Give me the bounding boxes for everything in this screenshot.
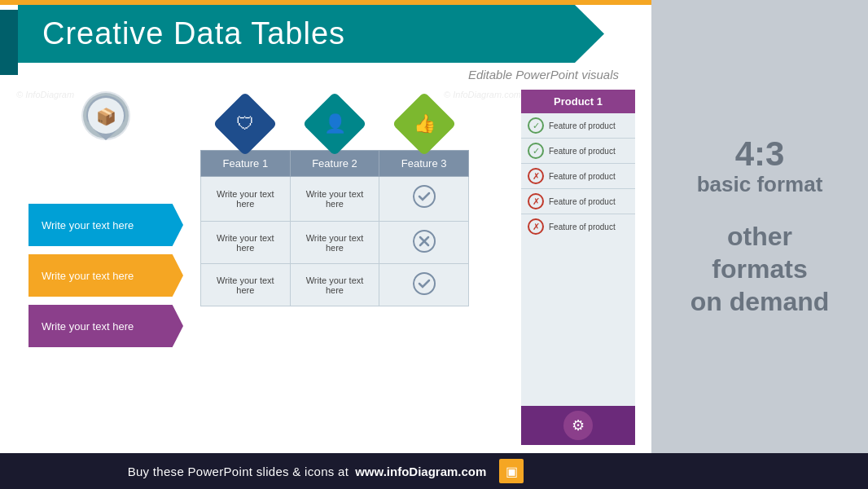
check-circle-red-3: ✗ — [528, 218, 544, 235]
table-cell-2-1: Write your text here — [201, 222, 291, 264]
right-footer-spacer — [651, 453, 868, 489]
product-feature-4: ✗ Feature of product — [521, 189, 635, 214]
table-cell-1-3 — [379, 177, 469, 222]
footer-icon: ▣ — [499, 459, 524, 483]
check-circle-red-2: ✗ — [528, 193, 544, 209]
product-footer: ⚙ — [521, 406, 635, 445]
table-row: Write your text here Write your text her… — [201, 177, 469, 222]
table-cell-3-2: Write your text here — [290, 264, 379, 306]
product-feature-5: ✗ Feature of product — [521, 214, 635, 239]
svg-text:📦: 📦 — [96, 107, 116, 126]
table-cell-1-1: Write your text here — [201, 177, 291, 222]
content-area: © InfoDiagram © InfoDiagram.com 📦 — [0, 82, 651, 453]
product-feature-3: ✗ Feature of product — [521, 164, 635, 189]
table-cell-3-3 — [379, 264, 469, 306]
product-header: Product 1 — [521, 90, 635, 113]
check-circle-green-1: ✓ — [528, 117, 544, 134]
page-title: Creative Data Tables — [42, 16, 588, 51]
right-panel-content: 4:3 basic format other formats on demand — [690, 135, 830, 319]
table-row: Write your text here Write your text her… — [201, 222, 469, 264]
feature-icon-2: 👤 — [290, 90, 379, 147]
teal-accent — [0, 10, 18, 75]
check-circle-green-2: ✓ — [528, 143, 544, 159]
table-cell-2-2: Write your text here — [290, 222, 379, 264]
row-labels: Write your text here Write your text her… — [28, 204, 183, 347]
check-icon-2 — [388, 272, 460, 297]
title-banner: Creative Data Tables — [18, 5, 604, 63]
data-table: Feature 1 Feature 2 Feature 3 Write your… — [200, 150, 469, 306]
product-features: ✓ Feature of product ✓ Feature of produc… — [521, 113, 635, 406]
diamond-icon-blue: 🛡 — [213, 91, 277, 156]
gear-icon: ⚙ — [563, 411, 593, 440]
row-label-2: Write your text here — [28, 254, 183, 297]
format-badge: 4:3 basic format — [690, 135, 830, 196]
left-section: 📦 Write your text here Write your text h… — [24, 90, 187, 445]
subtitle: Editable PowerPoint visuals — [18, 68, 651, 82]
main-container: Creative Data Tables Editable PowerPoint… — [0, 0, 868, 489]
table-cell-2-3 — [379, 222, 469, 264]
location-icon: 📦 — [73, 90, 138, 163]
table-area: 🛡 👤 👍 — [200, 90, 508, 445]
diamond-icon-teal: 👤 — [302, 91, 366, 156]
other-formats: other formats on demand — [690, 220, 830, 318]
row-label-1: Write your text here — [28, 204, 183, 246]
watermark-right: © InfoDiagram.com — [444, 90, 521, 99]
feature-icon-1: 🛡 — [200, 90, 290, 147]
product-feature-2: ✓ Feature of product — [521, 139, 635, 164]
check-circle-red-1: ✗ — [528, 168, 544, 184]
right-panel: 4:3 basic format other formats on demand — [651, 0, 868, 453]
check-icon — [388, 185, 460, 213]
svg-point-4 — [414, 186, 435, 207]
row-label-3: Write your text here — [28, 305, 183, 347]
left-panel: Creative Data Tables Editable PowerPoint… — [0, 0, 651, 489]
footer: Buy these PowerPoint slides & icons at w… — [0, 453, 651, 489]
footer-link[interactable]: www.infoDiagram.com — [355, 465, 486, 478]
svg-point-8 — [414, 273, 435, 294]
footer-text: Buy these PowerPoint slides & icons at — [128, 465, 349, 478]
product-panel: Product 1 ✓ Feature of product ✓ Feature… — [521, 90, 635, 445]
table-row: Write your text here Write your text her… — [201, 264, 469, 306]
product-feature-1: ✓ Feature of product — [521, 113, 635, 139]
diamond-icon-green: 👍 — [392, 91, 456, 156]
cross-icon — [388, 230, 460, 255]
table-cell-3-1: Write your text here — [201, 264, 291, 306]
table-cell-1-2: Write your text here — [290, 177, 379, 222]
